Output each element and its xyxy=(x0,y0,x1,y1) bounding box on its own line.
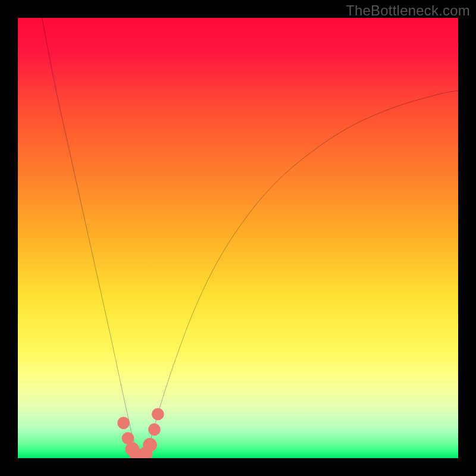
marker-point xyxy=(143,438,157,452)
curve-layer xyxy=(18,18,458,458)
curve-right-branch xyxy=(146,90,458,455)
marker-point xyxy=(117,416,130,429)
chart-frame: TheBottleneck.com xyxy=(0,0,476,476)
watermark-text: TheBottleneck.com xyxy=(346,2,470,19)
marker-point xyxy=(148,424,161,436)
curve-left-branch xyxy=(42,18,139,456)
marker-point xyxy=(152,408,164,421)
plot-area xyxy=(18,18,458,458)
